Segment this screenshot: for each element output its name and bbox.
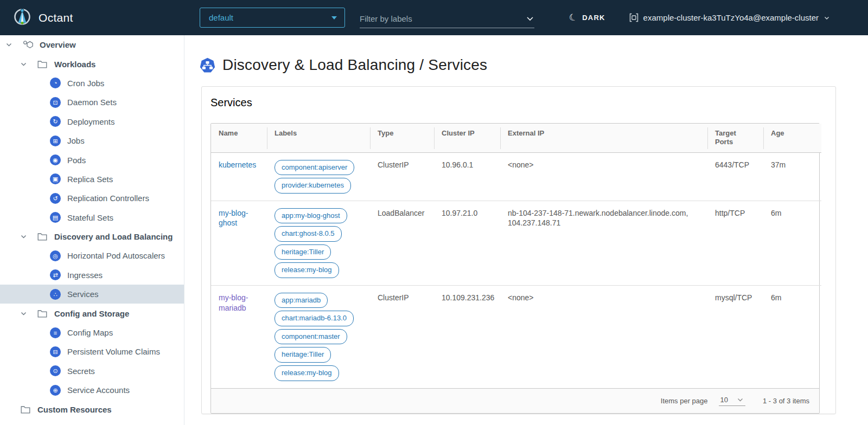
sidebar-item-config-and-storage[interactable]: Config and Storage bbox=[0, 304, 184, 323]
type-cell: LoadBalancer bbox=[370, 201, 434, 285]
sidebar-item-label: Horizontal Pod Autoscalers bbox=[67, 251, 165, 260]
ingresses-icon: ⇄ bbox=[50, 269, 61, 280]
sidebar-item-config-maps[interactable]: ≡Config Maps bbox=[0, 323, 184, 342]
service-accounts-icon: ⊕ bbox=[50, 385, 61, 396]
cluster-context-selector[interactable]: example-cluster-ka3TuTzYo4a@example-clus… bbox=[629, 13, 830, 22]
label-pill[interactable]: component:master bbox=[275, 329, 347, 345]
namespace-selected-value: default bbox=[209, 13, 233, 22]
column-header-labels: Labels bbox=[267, 124, 370, 152]
config-maps-icon: ≡ bbox=[50, 327, 61, 338]
external-ip-cell: <none> bbox=[500, 285, 707, 388]
label-pill[interactable]: provider:kubernetes bbox=[275, 178, 351, 194]
pods-icon: ◉ bbox=[50, 154, 61, 165]
chevron-down-icon[interactable] bbox=[20, 310, 28, 317]
label-pill[interactable]: chart:mariadb-6.13.0 bbox=[275, 311, 354, 326]
sidebar-item-label: Deployments bbox=[67, 117, 115, 126]
cluster-ip-cell: 10.97.21.0 bbox=[434, 201, 500, 285]
column-header-external-ip: External IP bbox=[500, 124, 707, 152]
sidebar-item-stateful-sets[interactable]: ▤Stateful Sets bbox=[0, 208, 184, 227]
app-brand: Octant bbox=[0, 8, 184, 28]
cron-jobs-icon: ◔ bbox=[50, 78, 61, 88]
sidebar-item-label: Pods bbox=[67, 156, 86, 165]
sidebar-item-label: Daemon Sets bbox=[67, 98, 117, 107]
age-cell: 6m bbox=[763, 201, 821, 285]
chevron-down-icon bbox=[824, 15, 830, 21]
sidebar-item-deployments[interactable]: ↻Deployments bbox=[0, 112, 184, 131]
label-filter-input[interactable]: Filter by labels bbox=[360, 10, 534, 28]
sidebar-item-workloads[interactable]: Workloads bbox=[0, 54, 184, 73]
cluster-context-value: example-cluster-ka3TuTzYo4a@example-clus… bbox=[643, 13, 819, 22]
main-content: Discovery & Load Balancing / Services Se… bbox=[184, 35, 868, 425]
target-ports-cell: mysql/TCP bbox=[707, 285, 763, 388]
page-size-select[interactable]: 10 bbox=[719, 396, 745, 406]
column-header-target-ports: Target Ports bbox=[707, 124, 763, 152]
sidebar-item-label: Config and Storage bbox=[54, 309, 129, 318]
services-icon: ∴ bbox=[50, 289, 61, 300]
hpa-icon: ◎ bbox=[50, 250, 61, 261]
sidebar-item-replication-controllers[interactable]: ↺Replication Controllers bbox=[0, 189, 184, 208]
label-pill[interactable]: heritage:Tiller bbox=[275, 347, 331, 363]
sidebar-item-replica-sets[interactable]: ▣Replica Sets bbox=[0, 170, 184, 189]
sidebar-item-label: Stateful Sets bbox=[67, 213, 113, 222]
folder-icon bbox=[20, 405, 31, 414]
services-card-title: Services bbox=[202, 87, 835, 123]
label-pill[interactable]: component:apiserver bbox=[275, 160, 354, 176]
sidebar-item-jobs[interactable]: ⊞Jobs bbox=[0, 131, 184, 150]
services-card: Services NameLabelsTypeCluster IPExterna… bbox=[201, 86, 836, 414]
service-name-link[interactable]: my-blog-mariadb bbox=[219, 293, 248, 312]
table-row-my-blog-mariadb: my-blog-mariadbapp:mariadbchart:mariadb-… bbox=[211, 285, 821, 388]
sidebar-item-horizontal-pod-autoscalers[interactable]: ◎Horizontal Pod Autoscalers bbox=[0, 246, 184, 265]
sidebar-item-discovery-and-load-balancing[interactable]: Discovery and Load Balancing bbox=[0, 227, 184, 246]
service-name-link[interactable]: kubernetes bbox=[219, 160, 256, 169]
label-pill[interactable]: release:my-blog bbox=[275, 262, 339, 278]
sidebar-item-secrets[interactable]: ⊙Secrets bbox=[0, 362, 184, 381]
sidebar-item-cron-jobs[interactable]: ◔Cron Jobs bbox=[0, 74, 184, 93]
sidebar-item-label: Secrets bbox=[67, 366, 95, 376]
sidebar-item-label: Persistent Volume Claims bbox=[67, 347, 160, 356]
pagination-range-text: 1 - 3 of 3 items bbox=[763, 397, 809, 405]
services-datagrid: NameLabelsTypeCluster IPExternal IPTarge… bbox=[210, 123, 820, 414]
folder-icon bbox=[37, 60, 48, 68]
sidebar-item-overview[interactable]: Overview bbox=[0, 35, 184, 54]
daemon-sets-icon: ⊡ bbox=[50, 97, 61, 108]
sidebar-item-label: Discovery and Load Balancing bbox=[54, 232, 173, 241]
sidebar-item-custom-resources[interactable]: Custom Resources bbox=[0, 400, 184, 418]
chevron-down-icon[interactable] bbox=[20, 233, 28, 240]
table-row-kubernetes: kubernetescomponent:apiserverprovider:ku… bbox=[211, 152, 821, 201]
service-name-link[interactable]: my-blog-ghost bbox=[219, 209, 248, 228]
chevron-down-icon[interactable] bbox=[5, 41, 13, 48]
folder-icon bbox=[37, 233, 48, 241]
label-pill[interactable]: chart:ghost-8.0.5 bbox=[275, 226, 342, 242]
chevron-down-icon bbox=[737, 396, 744, 403]
namespace-selector[interactable]: default bbox=[200, 8, 345, 28]
label-pill[interactable]: app:my-blog-ghost bbox=[275, 208, 347, 224]
dark-theme-toggle[interactable]: ☾ DARK bbox=[569, 13, 605, 22]
sidebar-item-ingresses[interactable]: ⇄Ingresses bbox=[0, 266, 184, 285]
labels-cell: component:apiserverprovider:kubernetes bbox=[267, 152, 370, 201]
sidebar-item-daemon-sets[interactable]: ⊡Daemon Sets bbox=[0, 93, 184, 112]
column-header-name: Name bbox=[211, 124, 267, 152]
sidebar-item-label: Services bbox=[67, 289, 99, 299]
chevron-down-icon[interactable] bbox=[20, 61, 28, 68]
label-pill[interactable]: release:my-blog bbox=[275, 365, 339, 381]
label-pill[interactable]: app:mariadb bbox=[275, 293, 328, 308]
sidebar-item-label: Replication Controllers bbox=[67, 194, 149, 203]
cluster-icon bbox=[629, 13, 639, 22]
type-cell: ClusterIP bbox=[370, 152, 434, 201]
sidebar-item-label: Ingresses bbox=[67, 271, 103, 280]
moon-icon: ☾ bbox=[568, 12, 579, 23]
column-header-type: Type bbox=[370, 124, 434, 152]
stateful-sets-icon: ▤ bbox=[50, 212, 61, 223]
column-header-cluster-ip: Cluster IP bbox=[434, 124, 500, 152]
labels-cell: app:mariadbchart:mariadb-6.13.0component… bbox=[267, 285, 370, 388]
label-pill[interactable]: heritage:Tiller bbox=[275, 244, 331, 260]
target-ports-cell: 6443/TCP bbox=[707, 152, 763, 201]
octant-app: Octant default Filter by labels ☾ DARK bbox=[0, 0, 868, 425]
page-title-text: Discovery & Load Balancing / Services bbox=[222, 56, 487, 74]
dark-theme-label: DARK bbox=[582, 14, 605, 22]
pvc-icon: ⊟ bbox=[50, 346, 61, 357]
sidebar-item-service-accounts[interactable]: ⊕Service Accounts bbox=[0, 381, 184, 400]
sidebar-item-persistent-volume-claims[interactable]: ⊟Persistent Volume Claims bbox=[0, 342, 184, 361]
sidebar-item-services[interactable]: ∴Services bbox=[0, 285, 184, 304]
sidebar-item-pods[interactable]: ◉Pods bbox=[0, 150, 184, 169]
